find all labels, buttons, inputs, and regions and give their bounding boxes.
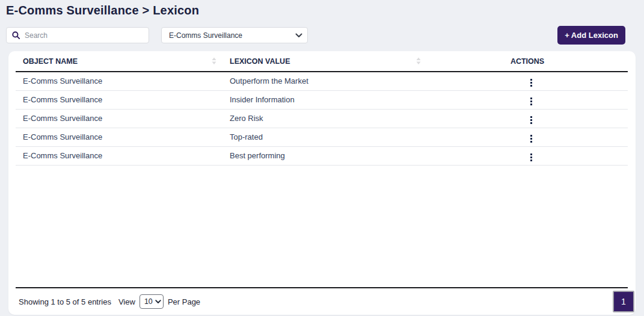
column-header-lexicon-value[interactable]: LEXICON VALUE xyxy=(222,51,427,72)
lexicon-value-cell: Top-rated xyxy=(222,128,427,146)
table-row: E-Comms Surveillance Outperform the Mark… xyxy=(16,72,628,90)
sort-icon[interactable] xyxy=(416,57,421,65)
search-input[interactable] xyxy=(25,31,133,40)
column-header-label: OBJECT NAME xyxy=(23,57,78,66)
column-header-label: LEXICON VALUE xyxy=(230,57,290,66)
lexicon-table: OBJECT NAME LEXICON VALUE xyxy=(16,51,628,166)
pagination-page-1-button[interactable]: 1 xyxy=(613,291,634,312)
object-name-cell: E-Comms Surveillance xyxy=(16,109,222,128)
per-page-select-wrap: 10 xyxy=(140,294,164,309)
row-actions-kebab-icon[interactable] xyxy=(527,114,536,126)
entries-summary: Showing 1 to 5 of 5 entries xyxy=(19,297,111,306)
column-header-label: ACTIONS xyxy=(511,57,544,66)
row-actions-kebab-icon[interactable] xyxy=(527,77,536,88)
table-row: E-Comms Surveillance Top-rated xyxy=(16,128,628,146)
lexicon-value-cell: Best performing xyxy=(222,146,427,165)
object-filter-wrap: E-Comms Surveillance xyxy=(161,27,308,43)
column-header-actions: ACTIONS xyxy=(427,51,628,72)
add-lexicon-button[interactable]: + Add Lexicon xyxy=(557,26,625,45)
search-icon xyxy=(12,31,20,39)
lexicon-value-cell: Outperform the Market xyxy=(222,72,427,90)
lexicon-page: E-Comms Surveillance > Lexicon E-Comms S… xyxy=(0,0,644,316)
view-label: View xyxy=(118,297,135,306)
object-name-cell: E-Comms Surveillance xyxy=(16,72,222,90)
per-page-label: Per Page xyxy=(168,297,200,306)
object-name-cell: E-Comms Surveillance xyxy=(16,90,222,109)
lexicon-value-cell: Insider Information xyxy=(222,90,427,109)
object-name-cell: E-Comms Surveillance xyxy=(16,128,222,146)
search-box xyxy=(6,27,149,43)
page-title: E-Comms Surveillance > Lexicon xyxy=(6,4,199,17)
table-footer: Showing 1 to 5 of 5 entries View 10 Per … xyxy=(16,287,628,315)
table-header-row: OBJECT NAME LEXICON VALUE xyxy=(16,51,628,72)
row-actions-kebab-icon[interactable] xyxy=(527,133,536,144)
lexicon-card: OBJECT NAME LEXICON VALUE xyxy=(8,51,636,315)
table-row: E-Comms Surveillance Zero Risk xyxy=(16,109,628,128)
row-actions-kebab-icon[interactable] xyxy=(527,96,536,107)
object-name-cell: E-Comms Surveillance xyxy=(16,146,222,165)
sort-icon[interactable] xyxy=(212,57,216,65)
column-header-object-name[interactable]: OBJECT NAME xyxy=(16,51,222,72)
row-actions-kebab-icon[interactable] xyxy=(527,152,536,163)
table-row: E-Comms Surveillance Insider Information xyxy=(16,90,628,109)
table-row: E-Comms Surveillance Best performing xyxy=(16,146,628,165)
object-filter-select[interactable]: E-Comms Surveillance xyxy=(161,27,308,43)
per-page-select[interactable]: 10 xyxy=(140,294,164,309)
lexicon-value-cell: Zero Risk xyxy=(222,109,427,128)
